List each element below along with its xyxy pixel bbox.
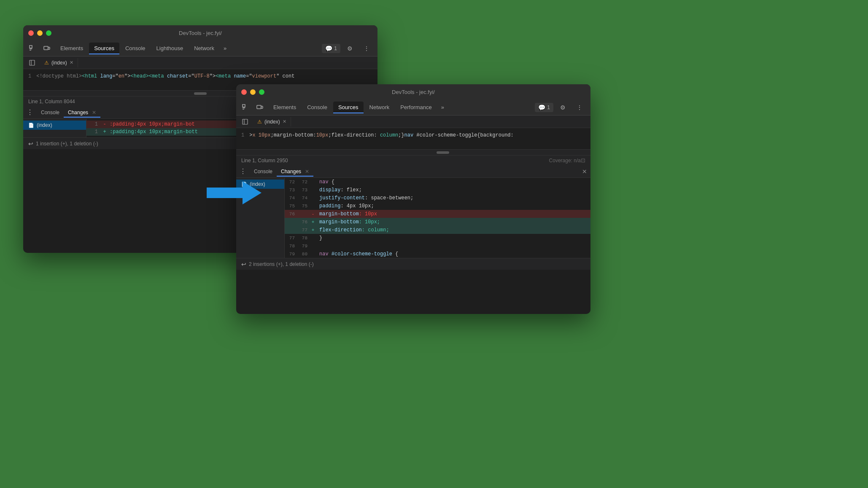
tab-network-back[interactable]: Network (189, 43, 219, 54)
tab-more-back[interactable]: » (220, 43, 230, 53)
window-controls-back (28, 30, 51, 36)
code-viewport-val: viewport (252, 73, 277, 79)
panel-footer-front: ↩ 2 insertions (+), 1 deletion (-) (236, 258, 590, 270)
diff-row-77-added: 77 + flex-direction: column; (285, 226, 590, 234)
diff-sign-removed-back: - (101, 121, 108, 127)
panel-tab-changes-back[interactable]: Changes ✕ (64, 108, 100, 117)
changes-content-front: 📄 (index) 72 72 nav { 73 73 display: f (236, 178, 590, 258)
file-tabs-front: ⚠ (index) ✕ (236, 115, 590, 128)
file-tab-close-front[interactable]: ✕ (283, 119, 286, 124)
close-button-back[interactable] (28, 30, 34, 36)
diff-row-75-75: 75 75 padding: 4px 10px; (285, 202, 590, 210)
devtools-window-front: DevTools - jec.fyi/ Elements Console Sou… (236, 84, 590, 314)
code-val2-front: 10px (316, 132, 329, 138)
window-controls-front (241, 89, 264, 95)
maximize-button-back[interactable] (46, 30, 51, 36)
svg-rect-4 (48, 47, 50, 49)
code-sep1-front: ;margin-bottom: (271, 132, 316, 138)
diff-old-num-back: 1 (86, 121, 101, 127)
settings-icon-back[interactable]: ⚙ (344, 43, 356, 54)
panel-more-back[interactable]: ⋮ (27, 108, 33, 116)
inspect-icon-back[interactable] (27, 43, 38, 54)
inspect-icon-front[interactable] (240, 102, 251, 113)
file-tab-close-back[interactable]: ✕ (70, 60, 73, 65)
notification-badge-front[interactable]: 💬 1 (535, 103, 553, 112)
tab-network-front[interactable]: Network (364, 102, 395, 113)
diff-sign-added-back: + (101, 129, 108, 135)
code-en-val: en (119, 73, 124, 79)
more-icon-back[interactable]: ⋮ (361, 43, 372, 54)
arrow-container (207, 181, 261, 204)
tab-more-front[interactable]: » (438, 102, 447, 112)
diff-row-77-78: 77 78 } (285, 234, 590, 242)
line-numbers-front: 1 (236, 131, 249, 147)
svg-rect-11 (257, 105, 261, 109)
undo-icon-back[interactable]: ↩ (28, 140, 33, 147)
panel-tabs-front: ⋮ Console Changes ✕ ✕ (236, 165, 590, 178)
coverage-icon[interactable]: ⊡ (581, 157, 585, 164)
code-hash-front: #color-scheme-toggle{background: (416, 132, 513, 138)
tab-elements-front[interactable]: Elements (268, 102, 301, 113)
code-val1-front: x 10px (252, 132, 270, 138)
scroll-thumb-front[interactable] (437, 151, 449, 154)
line-numbers-back: 1 (23, 72, 36, 88)
tab-console-front[interactable]: Console (302, 102, 332, 113)
panel-tab-console-back[interactable]: Console (37, 108, 64, 117)
svg-rect-0 (30, 46, 32, 48)
tab-elements-back[interactable]: Elements (55, 43, 88, 54)
file-tab-index-front[interactable]: ⚠ (index) ✕ (253, 117, 291, 126)
tab-right-icons-front: 💬 1 ⚙ ⋮ (535, 102, 587, 113)
code-nav-front: nav (404, 132, 417, 138)
code-eq3: =" (188, 73, 194, 79)
code-utf8-val: UTF-8 (194, 73, 210, 79)
more-icon-front[interactable]: ⋮ (574, 102, 585, 113)
scroll-thumb-back[interactable] (194, 92, 207, 95)
badge-count-back: 1 (334, 46, 337, 51)
close-panel-button-front[interactable]: ✕ (582, 168, 587, 175)
bottom-panel-front: ⋮ Console Changes ✕ ✕ 📄 (index) 72 72 (236, 165, 590, 270)
chat-icon-back: 💬 (325, 45, 332, 52)
undo-icon-front[interactable]: ↩ (241, 261, 246, 268)
file-tab-name-back: (index) (51, 60, 67, 66)
settings-icon-front[interactable]: ⚙ (557, 102, 569, 113)
sidebar-toggle-front[interactable] (240, 116, 251, 127)
code-content-front[interactable]: >x 10px;margin-bottom:10px;flex-directio… (249, 131, 590, 147)
notification-badge-back[interactable]: 💬 1 (322, 44, 340, 53)
warning-icon-back: ⚠ (44, 60, 49, 66)
panel-tab-changes-front[interactable]: Changes ✕ (277, 167, 313, 176)
svg-rect-13 (243, 119, 248, 124)
code-head-tag: <head><meta (130, 73, 167, 79)
tab-bar-back: Elements Sources Console Lighthouse Netw… (23, 40, 377, 56)
close-button-front[interactable] (241, 89, 247, 95)
device-icon-back[interactable] (41, 43, 53, 54)
svg-marker-7 (207, 181, 261, 204)
changes-file-item-back[interactable]: 📄 (index) (23, 121, 86, 130)
panel-tab-changes-close-front[interactable]: ✕ (305, 169, 309, 174)
maximize-button-front[interactable] (259, 89, 264, 95)
tab-console-back[interactable]: Console (120, 43, 151, 54)
panel-tab-changes-close-back[interactable]: ✕ (92, 110, 96, 115)
panel-more-front[interactable]: ⋮ (240, 167, 246, 175)
tab-sources-front[interactable]: Sources (333, 102, 364, 113)
file-tab-name-front: (index) (264, 119, 280, 125)
arrow-icon (207, 181, 261, 204)
diff-row-72-72: 72 72 nav { (285, 178, 590, 186)
panel-tab-console-front[interactable]: Console (250, 167, 277, 176)
minimize-button-back[interactable] (37, 30, 43, 36)
file-tabs-back: ⚠ (index) ✕ (23, 56, 377, 69)
svg-rect-5 (30, 60, 35, 65)
tab-lighthouse-back[interactable]: Lighthouse (151, 43, 189, 54)
code-eq5: =" (246, 73, 252, 79)
diff-row-76-added: 76 + margin-bottom: 10px; (285, 218, 590, 226)
code-name-attr: name (234, 73, 246, 79)
tab-performance-front[interactable]: Performance (395, 102, 437, 113)
title-bar-front: DevTools - jec.fyi/ (236, 84, 590, 99)
tab-bar-front: Elements Console Sources Network Perform… (236, 99, 590, 115)
tab-sources-back[interactable]: Sources (89, 43, 119, 54)
cursor-position-front: Line 1, Column 2950 (241, 158, 288, 164)
file-tab-index-back[interactable]: ⚠ (index) ✕ (40, 58, 78, 67)
tab-right-icons-back: 💬 1 ⚙ ⋮ (322, 43, 374, 54)
minimize-button-front[interactable] (250, 89, 256, 95)
sidebar-toggle-back[interactable] (27, 57, 38, 68)
device-icon-front[interactable] (254, 102, 266, 113)
